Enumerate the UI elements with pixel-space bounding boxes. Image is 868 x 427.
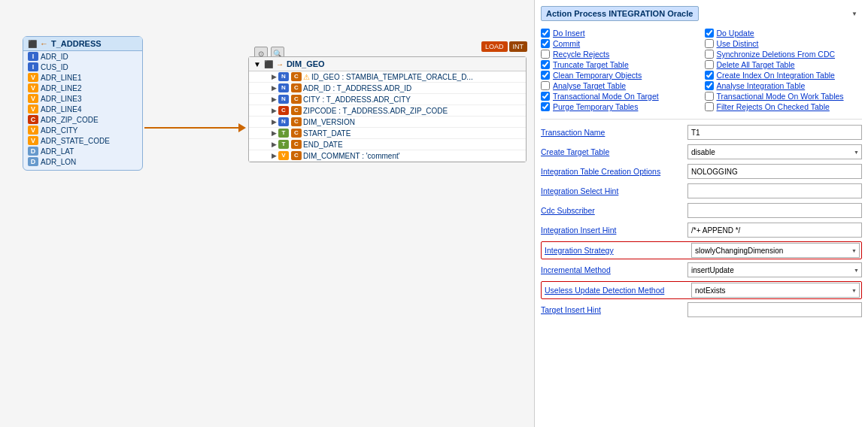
integration-table-options-label[interactable]: Integration Table Creation Options — [541, 167, 687, 176]
checkbox-do-insert-input[interactable] — [541, 29, 550, 38]
col-badge-n: N — [278, 83, 289, 92]
expand-icon[interactable]: ▶ — [272, 73, 277, 80]
checkbox-do-update-input[interactable] — [705, 29, 714, 38]
checkbox-truncate-input[interactable] — [541, 60, 550, 69]
checkbox-transactional-work-label[interactable]: Transactional Mode On Work Tables — [717, 92, 844, 101]
incremental-method-label[interactable]: Incremental Method — [541, 265, 687, 274]
useless-update-select-wrapper: notExists exists none — [691, 283, 860, 298]
checkbox-analyse-target-label[interactable]: Analyse Target Table — [553, 81, 626, 90]
field-name: ADR_LON — [41, 158, 76, 166]
checkbox-commit-input[interactable] — [541, 39, 550, 48]
create-target-select[interactable]: disable enable — [687, 144, 862, 159]
list-item: ▶ V C DIM_COMMENT : 'comment' — [249, 150, 526, 162]
checkbox-analyse-integration-input[interactable] — [705, 81, 714, 90]
checkbox-clean-temp-input[interactable] — [541, 71, 550, 80]
checkbox-delete-all: Delete All Target Table — [705, 60, 863, 69]
integration-strategy-select[interactable]: slowlyChangingDimension append update — [691, 243, 860, 258]
col-badge-t: T — [278, 140, 289, 149]
field-badge-cus-id: I — [28, 62, 38, 71]
expand-icon[interactable]: ▶ — [272, 152, 277, 159]
col-badge-t: T — [278, 129, 289, 138]
incremental-method-select[interactable]: insertUpdate insert update — [687, 262, 862, 277]
checkbox-filter-rejects-label[interactable]: Filter Rejects On Checked Table — [717, 102, 830, 111]
target-insert-hint-label[interactable]: Target Insert Hint — [541, 305, 687, 314]
checkbox-purge-temp-input[interactable] — [541, 102, 550, 111]
checkbox-commit: Commit — [541, 39, 699, 48]
expand-icon[interactable]: ▶ — [272, 95, 277, 103]
int-button[interactable]: INT — [509, 41, 528, 52]
expand-icon[interactable]: ▶ — [272, 129, 277, 137]
checkbox-do-insert: Do Insert — [541, 29, 699, 38]
checkbox-sync-deletions-label[interactable]: Synchronize Deletions From CDC — [717, 50, 836, 59]
checkbox-analyse-target-input[interactable] — [541, 81, 550, 90]
field-badge-adr-line1: V — [28, 73, 38, 82]
checkbox-clean-temp: Clean Temporary Objects — [541, 71, 699, 80]
col-badge-extra: C — [291, 129, 302, 138]
col-badge-n: N — [278, 117, 289, 126]
list-item: V ADR_STATE_CODE — [23, 135, 142, 146]
checkbox-clean-temp-label[interactable]: Clean Temporary Objects — [553, 71, 642, 80]
create-target-label[interactable]: Create Target Table — [541, 147, 687, 156]
field-text: END_DATE — [303, 141, 343, 149]
checkbox-do-update: Do Update — [705, 29, 863, 38]
field-name: ADR_LINE4 — [41, 105, 81, 114]
checkbox-use-distinct-input[interactable] — [705, 39, 714, 48]
checkbox-create-index-label[interactable]: Create Index On Integration Table — [717, 71, 835, 80]
useless-update-select[interactable]: notExists exists none — [691, 283, 860, 298]
integration-insert-hint-input[interactable] — [687, 223, 862, 238]
warning-icon: ⚠ — [303, 73, 310, 81]
field-name: ADR_LINE3 — [41, 95, 81, 103]
expand-icon[interactable]: ▼ — [253, 60, 261, 68]
expand-icon[interactable]: ▶ — [272, 107, 277, 114]
arrow-head — [238, 123, 246, 132]
checkbox-create-index-input[interactable] — [705, 71, 714, 80]
checkbox-sync-deletions-input[interactable] — [705, 50, 714, 59]
checkbox-do-insert-label[interactable]: Do Insert — [553, 29, 585, 38]
cdc-subscriber-input[interactable] — [687, 203, 862, 218]
field-name: ADR_LAT — [41, 147, 74, 156]
arrow-connector — [144, 120, 250, 135]
expand-icon[interactable]: ▶ — [272, 84, 277, 92]
integration-select-hint-input[interactable] — [687, 183, 862, 198]
target-insert-hint-input[interactable] — [687, 302, 862, 317]
t-address-title: T_ADDRESS — [51, 39, 102, 48]
list-item: V ADR_LINE3 — [23, 93, 142, 104]
checkbox-delete-all-label[interactable]: Delete All Target Table — [717, 60, 795, 69]
field-name: ADR_STATE_CODE — [41, 137, 110, 145]
col-badge-extra: C — [291, 106, 302, 115]
checkbox-transactional-work-input[interactable] — [705, 92, 714, 101]
col-badge-extra: C — [291, 83, 302, 92]
checkbox-do-update-label[interactable]: Do Update — [717, 29, 754, 38]
checkbox-transactional-target-input[interactable] — [541, 92, 550, 101]
checkbox-recycle-rejects-label[interactable]: Recycle Rejects — [553, 50, 609, 59]
expand-icon[interactable]: ▶ — [272, 118, 277, 126]
checkbox-purge-temp-label[interactable]: Purge Temporary Tables — [553, 102, 638, 111]
checkbox-truncate-label[interactable]: Truncate Target Table — [553, 60, 629, 69]
field-name: ADR_LINE1 — [41, 74, 81, 82]
checkbox-transactional-target-label[interactable]: Transactional Mode On Target — [553, 92, 659, 101]
load-button[interactable]: LOAD — [481, 41, 508, 52]
expand-icon[interactable]: ▶ — [272, 141, 277, 148]
panel-title-select[interactable]: Action Process INTEGRATION Oracle — [541, 6, 699, 21]
transaction-name-label[interactable]: Transaction Name — [541, 128, 687, 137]
col-badge-v: V — [278, 151, 289, 160]
col-badge-extra: C — [291, 140, 302, 149]
checkbox-transactional-target: Transactional Mode On Target — [541, 92, 699, 101]
cdc-subscriber-label[interactable]: Cdc Subscriber — [541, 206, 687, 215]
list-item: ▶ N C ⚠ ID_GEO : STAMBIA_TEMPLATE_ORACLE… — [249, 71, 526, 83]
checkbox-recycle-rejects-input[interactable] — [541, 50, 550, 59]
transaction-name-input[interactable] — [687, 125, 862, 140]
integration-select-hint-label[interactable]: Integration Select Hint — [541, 186, 687, 195]
checkbox-delete-all-input[interactable] — [705, 60, 714, 69]
checkbox-use-distinct: Use Distinct — [705, 39, 863, 48]
form-row-integration-select-hint: Integration Select Hint — [541, 183, 862, 199]
integration-strategy-label[interactable]: Integration Strategy — [545, 246, 691, 255]
field-text: ADR_ID : T_ADDRESS.ADR_ID — [303, 84, 411, 92]
checkbox-commit-label[interactable]: Commit — [553, 39, 580, 48]
checkbox-analyse-integration-label[interactable]: Analyse Integration Table — [717, 81, 806, 90]
integration-table-options-input[interactable] — [687, 164, 862, 179]
useless-update-label[interactable]: Useless Update Detection Method — [545, 286, 691, 295]
checkbox-filter-rejects-input[interactable] — [705, 102, 714, 111]
checkbox-use-distinct-label[interactable]: Use Distinct — [717, 39, 759, 48]
integration-insert-hint-label[interactable]: Integration Insert Hint — [541, 226, 687, 235]
